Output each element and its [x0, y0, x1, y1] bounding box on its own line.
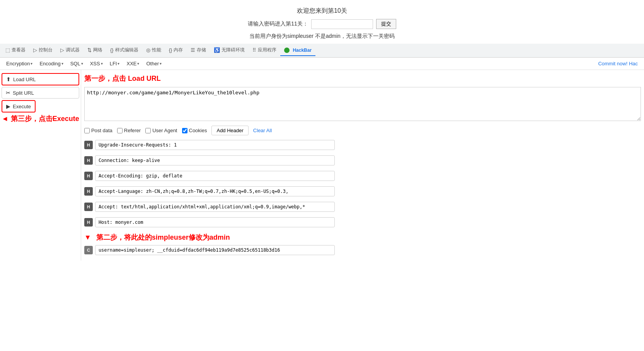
- tab-hackbar-label: HackBar: [293, 48, 312, 53]
- application-icon: ⠿: [252, 47, 256, 53]
- step3-arrow-icon: ◄: [2, 115, 9, 123]
- cookie-input[interactable]: [95, 245, 335, 255]
- tab-performance[interactable]: ◎ 性能: [142, 44, 165, 56]
- url-textarea[interactable]: http://monyer.com/game/game1/MonyerLikeY…: [84, 87, 641, 121]
- header-row-1: H: [84, 155, 641, 165]
- execute-row: ▶ Execute: [2, 100, 79, 112]
- page-title: 欢迎您来到第10关: [0, 7, 644, 15]
- step2-arrow-icon: ▼: [84, 233, 91, 241]
- menu-other-label: Other: [146, 61, 159, 66]
- submit-button[interactable]: 提交: [376, 19, 396, 29]
- load-url-button[interactable]: ⬆ Load URL: [2, 73, 79, 85]
- menu-other[interactable]: Other ▾: [143, 59, 165, 68]
- step2-text: 第二步，将此处的simpleuser修改为admin: [96, 233, 230, 241]
- post-data-label: Post data: [91, 128, 112, 133]
- memory-icon: {}: [169, 47, 172, 53]
- cookies-option[interactable]: Cookies: [182, 128, 207, 133]
- cookies-checkbox[interactable]: [182, 128, 187, 133]
- password-input[interactable]: [311, 19, 373, 29]
- menu-encoding-label: Encoding: [39, 61, 60, 66]
- menu-xss[interactable]: XSS ▾: [87, 59, 106, 68]
- header-row-0: H: [84, 140, 641, 150]
- lfi-arrow-icon: ▾: [118, 61, 119, 66]
- cookies-label: Cookies: [189, 128, 207, 133]
- password-label: 请输入密码进入第11关：: [248, 20, 308, 27]
- tab-performance-label: 性能: [152, 47, 161, 53]
- execute-icon: ▶: [6, 103, 10, 109]
- add-header-button[interactable]: Add Header: [211, 126, 248, 135]
- options-row: Post data Referer User Agent Cookies Add…: [84, 124, 641, 137]
- header-input-0[interactable]: [95, 140, 335, 150]
- header-badge-3: H: [84, 187, 93, 196]
- execute-label: Execute: [13, 104, 31, 109]
- tab-console-label: 控制台: [39, 47, 53, 53]
- network-icon: ⇅: [87, 47, 92, 53]
- tab-memory-label: 内存: [174, 47, 183, 53]
- password-row: 请输入密码进入第11关： 提交: [0, 19, 644, 29]
- user-agent-option[interactable]: User Agent: [145, 128, 177, 133]
- header-row-5: H: [84, 217, 641, 227]
- tab-style-editor[interactable]: {} 样式编辑器: [106, 44, 142, 56]
- post-data-checkbox[interactable]: [84, 128, 90, 133]
- hackbar-body: ⬆ Load URL ✂ Split URL ▶ Execute ◄ 第三步，点…: [0, 70, 644, 261]
- hackbar-sidebar: ⬆ Load URL ✂ Split URL ▶ Execute ◄ 第三步，点…: [0, 70, 81, 261]
- menu-encryption[interactable]: Encryption ▾: [3, 59, 36, 68]
- menu-xss-label: XSS: [90, 61, 100, 66]
- header-input-2[interactable]: [95, 171, 335, 181]
- status-message: 当前用户身份为simpleuser 不是admin，无法显示下一关密码: [0, 33, 644, 40]
- tab-debugger[interactable]: ▷ 调试器: [56, 44, 83, 56]
- referer-checkbox[interactable]: [117, 128, 123, 133]
- tab-hackbar[interactable]: HackBar: [280, 45, 315, 56]
- post-data-option[interactable]: Post data: [84, 128, 112, 133]
- tab-memory[interactable]: {} 内存: [165, 44, 187, 56]
- header-row-4: H: [84, 202, 641, 212]
- accessibility-icon: ♿: [214, 47, 220, 53]
- inspector-icon: ⬚: [5, 47, 10, 53]
- style-editor-icon: {}: [110, 47, 114, 53]
- tab-application[interactable]: ⠿ 应用程序: [249, 44, 280, 56]
- header-badge-1: H: [84, 156, 93, 165]
- header-input-3[interactable]: [95, 186, 335, 196]
- tab-inspector-label: 查看器: [12, 47, 26, 53]
- hackbar-toolbar: Encryption ▾ Encoding ▾ SQL ▾ XSS ▾ LFI …: [0, 58, 644, 70]
- menu-xxe[interactable]: XXE ▾: [123, 59, 142, 68]
- header-badge-0: H: [84, 141, 93, 149]
- menu-sql[interactable]: SQL ▾: [67, 59, 86, 68]
- execute-button[interactable]: ▶ Execute: [2, 100, 36, 112]
- header-badge-5: H: [84, 218, 93, 227]
- hackbar-dot-icon: [284, 48, 290, 53]
- step3-text: 第三步，点击Execute: [11, 114, 79, 123]
- referer-option[interactable]: Referer: [117, 128, 141, 133]
- user-agent-label: User Agent: [152, 128, 177, 133]
- cookie-badge: C: [84, 246, 93, 254]
- debugger-icon: ▷: [60, 47, 64, 53]
- header-row-cookie: C: [84, 245, 641, 255]
- commit-button[interactable]: Commit now! Hac: [595, 59, 641, 68]
- tab-accessibility-label: 无障碍环境: [221, 47, 245, 53]
- menu-lfi[interactable]: LFI ▾: [107, 59, 123, 68]
- xss-arrow-icon: ▾: [101, 61, 103, 66]
- split-url-button[interactable]: ✂ Split URL: [2, 87, 79, 99]
- xxe-arrow-icon: ▾: [137, 61, 139, 66]
- header-input-5[interactable]: [95, 217, 335, 227]
- other-arrow-icon: ▾: [160, 61, 162, 66]
- tab-network[interactable]: ⇅ 网络: [83, 44, 106, 56]
- user-agent-checkbox[interactable]: [145, 128, 151, 133]
- tab-inspector[interactable]: ⬚ 查看器: [2, 44, 29, 56]
- tab-accessibility[interactable]: ♿ 无障碍环境: [210, 44, 249, 56]
- step1-instruction: 第一步，点击 Load URL: [84, 74, 641, 83]
- load-url-label: Load URL: [13, 77, 36, 82]
- menu-encoding[interactable]: Encoding ▾: [36, 59, 66, 68]
- performance-icon: ◎: [146, 47, 150, 53]
- header-row-3: H: [84, 186, 641, 196]
- header-badge-2: H: [84, 172, 93, 180]
- clear-all-button[interactable]: Clear All: [253, 128, 272, 133]
- header-input-4[interactable]: [95, 202, 335, 212]
- tab-network-label: 网络: [93, 47, 102, 53]
- tab-console[interactable]: ▷ 控制台: [29, 44, 56, 56]
- tab-storage[interactable]: ☰ 存储: [187, 44, 210, 56]
- hackbar-main-area: 第一步，点击 Load URL http://monyer.com/game/g…: [81, 70, 644, 261]
- header-input-1[interactable]: [95, 155, 335, 165]
- load-url-icon: ⬆: [6, 76, 11, 82]
- step2-instruction: ▼ 第二步，将此处的simpleuser修改为admin: [84, 233, 641, 242]
